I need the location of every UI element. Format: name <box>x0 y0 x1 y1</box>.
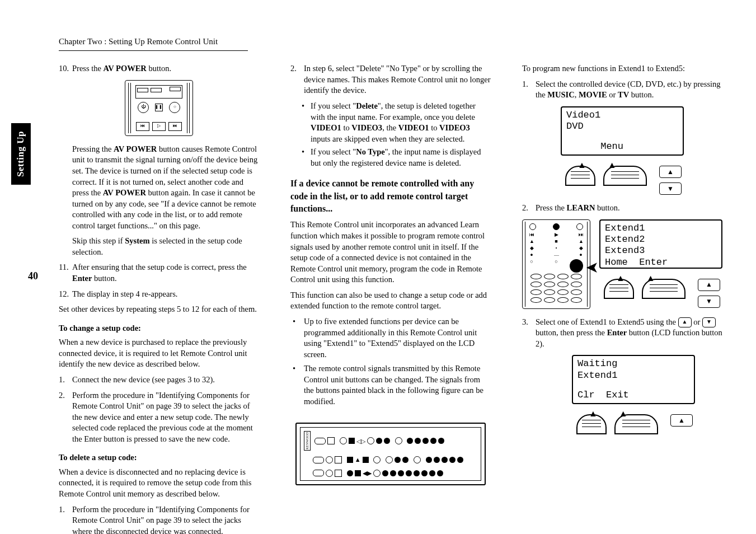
bullet-text: If you select "No Type", the input name … <box>311 147 491 168</box>
step-text: Select one of Extend1 to Extend5 using t… <box>536 317 722 350</box>
step-text: In step 6, select "Delete" "No Type" or … <box>304 63 491 96</box>
soft-key <box>565 166 595 186</box>
step-text: After ensuring that the setup code is co… <box>72 262 259 284</box>
para-learn-intro: This Remote Control unit incorporates an… <box>290 219 491 285</box>
next-icon: ⏭ <box>168 122 182 131</box>
step-num: 2. <box>522 203 536 214</box>
heading-delete-code: To delete a setup code: <box>59 452 259 463</box>
heading-change-code: To change a setup code: <box>59 323 259 334</box>
pause-icon: ❚❚ <box>155 104 163 111</box>
power-icon: ○ <box>169 102 180 113</box>
page-number: 40 <box>28 269 38 283</box>
step-text: Perform the procedure in "Identifying Co… <box>72 390 259 445</box>
step-num: 1. <box>59 504 72 534</box>
step-num: 1. <box>522 79 536 101</box>
prev-icon: ⏮ <box>136 122 149 131</box>
para-repeat: Set other devices by repeating steps 5 t… <box>59 304 259 315</box>
para-change: When a new device is purchased to replac… <box>59 337 259 370</box>
section-heading: If a device cannot be remote controlled … <box>290 177 491 215</box>
bullet-text: The remote control signals transmitted b… <box>304 363 491 407</box>
step-text: Connect the new device (see pages 3 to 3… <box>72 374 259 386</box>
remote-full-illustration: KENWOOD ◁▷ ▲ <box>295 423 486 485</box>
lcd-bot-text: Home Enter <box>605 257 717 268</box>
down-button-icon: ▼ <box>702 317 716 327</box>
step-text: Perform the procedure in "Identifying Co… <box>72 504 259 534</box>
para-program-intro: To program new functions in Extend1 to E… <box>522 63 722 74</box>
bullet-text: Up to five extended functions per device… <box>304 316 491 360</box>
nav-up-icon: ▲ <box>670 414 693 427</box>
step-num: 2. <box>59 390 72 445</box>
lcd-panel: Extend1 Extend2 Extend3 Home Enter <box>599 219 722 269</box>
lcd-top-text: Extend1 Extend2 Extend3 <box>605 223 717 257</box>
step-num: 2. <box>290 63 304 96</box>
remote-top-illustration: ⏻ ❚❚ ○ ⏮ ▷ ⏭ <box>125 80 193 136</box>
step-num: 10. <box>59 63 72 74</box>
column-3: To program new functions in Extend1 to E… <box>522 63 722 534</box>
bullet-text: If you select "Delete", the setup is del… <box>311 101 491 144</box>
pointer-arrow-icon: ➤ <box>586 257 599 278</box>
soft-key <box>603 166 647 186</box>
lcd-panel: Video1 DVD Menu <box>561 106 684 156</box>
soft-key <box>604 279 634 299</box>
para-skip: Skip this step if System is selected in … <box>72 236 259 257</box>
lcd-unit-3: Waiting Extend1 Clr Exit ▲▲ ▲ <box>572 355 695 434</box>
kenwood-label: KENWOOD <box>304 431 311 451</box>
nav-up-icon: ▲ <box>659 166 682 178</box>
play-icon: ▷ <box>152 122 166 131</box>
lcd-unit-2: Extend1 Extend2 Extend3 Home Enter ▲▲ ▲ … <box>599 219 722 308</box>
step-text: Select the controlled device (CD, DVD, e… <box>536 79 722 101</box>
step-num: 3. <box>522 317 536 350</box>
remote-learn-illustration: ⏮▶⏭ ▲■▲ ◆•◆ ●—● ○○ ➤ <box>522 219 590 309</box>
para-av-power: Pressing the AV POWER button causes Remo… <box>72 144 259 232</box>
step-text: Press the AV POWER button. <box>72 63 259 74</box>
step-num: 1. <box>59 374 72 386</box>
learn-button-icon <box>570 259 583 273</box>
soft-key <box>642 279 685 299</box>
lcd-bot-text: Menu <box>566 141 678 152</box>
para-learn-use: This function can also be used to change… <box>290 290 491 312</box>
lcd-unit-1: Video1 DVD Menu ▲▲ ▲ ▼ <box>561 106 684 195</box>
nav-down-icon: ▼ <box>698 296 720 308</box>
nav-down-icon: ▼ <box>659 182 682 195</box>
nav-up-icon: ▲ <box>698 279 720 291</box>
up-button-icon: ▲ <box>678 317 692 327</box>
lcd-top-text: Video1 DVD <box>566 110 678 133</box>
step-num: 11. <box>59 262 72 284</box>
lcd-panel: Waiting Extend1 Clr Exit <box>572 355 695 404</box>
column-2: 2. In step 6, select "Delete" "No Type" … <box>290 63 491 534</box>
step-text: The display in step 4 re-appears. <box>72 289 259 300</box>
lcd-top-text: Waiting Extend1 <box>577 358 689 381</box>
av-power-icon: ⏻ <box>138 102 149 113</box>
step-num: 12. <box>59 289 72 300</box>
soft-key <box>576 414 607 434</box>
side-tab: Setting Up <box>11 123 31 185</box>
column-1: 10. Press the AV POWER button. ⏻ ❚❚ ○ ⏮ <box>59 63 259 534</box>
chapter-header: Chapter Two : Setting Up Remote Control … <box>59 36 248 51</box>
lcd-bot-text: Clr Exit <box>577 390 689 401</box>
soft-key <box>614 414 658 434</box>
step-text: Press the LEARN button. <box>536 203 722 214</box>
para-delete: When a device is disconnected and no rep… <box>59 467 259 500</box>
